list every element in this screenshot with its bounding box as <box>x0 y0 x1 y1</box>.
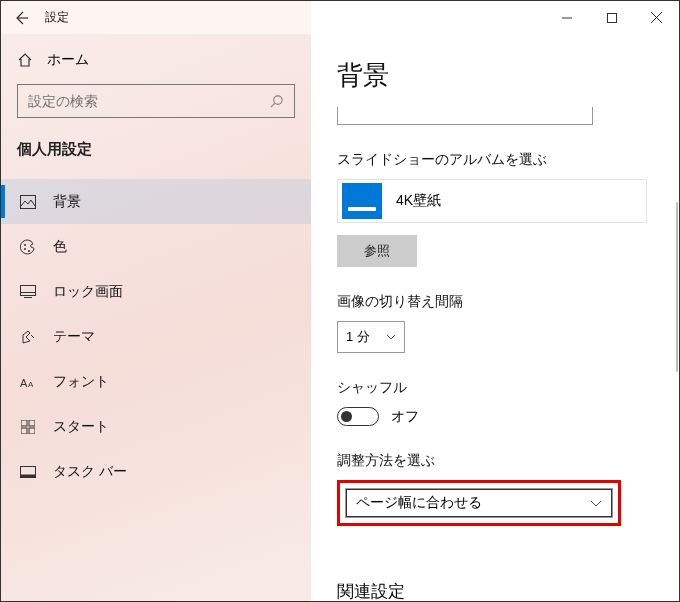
page-title: 背景 <box>337 58 649 93</box>
chevron-down-icon <box>590 500 602 507</box>
nav-background[interactable]: 背景 <box>1 179 311 224</box>
background-type-dropdown[interactable] <box>337 107 593 125</box>
home-icon <box>17 52 33 68</box>
window-controls <box>544 4 679 32</box>
maximize-button[interactable] <box>589 4 634 32</box>
start-icon <box>21 420 35 434</box>
svg-rect-2 <box>21 195 36 208</box>
lockscreen-icon <box>20 285 36 298</box>
minimize-button[interactable] <box>544 4 589 32</box>
taskbar-icon <box>20 466 36 478</box>
svg-rect-6 <box>21 286 36 296</box>
section-title: 個人用設定 <box>17 140 295 159</box>
nav-themes[interactable]: テーマ <box>1 314 311 359</box>
nav-start[interactable]: スタート <box>1 404 311 449</box>
nav-label: フォント <box>53 373 109 391</box>
album-thumbnail-icon <box>342 183 382 219</box>
search-box[interactable] <box>17 84 295 118</box>
interval-heading: 画像の切り替え間隔 <box>337 293 649 311</box>
themes-icon <box>20 329 36 345</box>
svg-point-4 <box>24 248 26 250</box>
shuffle-state: オフ <box>391 408 419 426</box>
nav-label: スタート <box>53 418 109 436</box>
nav-colors[interactable]: 色 <box>1 224 311 269</box>
album-item[interactable]: 4K壁紙 <box>337 179 647 223</box>
picture-icon <box>20 195 36 209</box>
sidebar: ホーム 個人用設定 背景 色 ロック画面 テーマ <box>1 34 311 601</box>
nav-fonts[interactable]: AA フォント <box>1 359 311 404</box>
palette-icon <box>20 239 36 255</box>
search-input[interactable] <box>28 93 269 109</box>
related-title: 関連設定 <box>337 580 649 601</box>
svg-rect-12 <box>21 428 27 434</box>
svg-rect-10 <box>21 420 27 426</box>
window-title: 設定 <box>45 9 69 26</box>
svg-rect-13 <box>29 428 35 434</box>
minimize-icon <box>562 13 572 23</box>
nav-label: テーマ <box>53 328 95 346</box>
fit-value: ページ幅に合わせる <box>356 494 482 512</box>
scrollbar[interactable] <box>674 34 678 600</box>
close-icon <box>651 12 662 23</box>
close-button[interactable] <box>634 4 679 32</box>
scrollbar-thumb[interactable] <box>676 202 678 372</box>
album-heading: スライドショーのアルバムを選ぶ <box>337 151 649 169</box>
titlebar: 設定 <box>1 1 679 34</box>
svg-point-5 <box>28 250 30 252</box>
nav-taskbar[interactable]: タスク バー <box>1 449 311 494</box>
nav-list: 背景 色 ロック画面 テーマ AA フォント スタート <box>1 179 311 494</box>
svg-point-1 <box>274 95 282 103</box>
chevron-down-icon <box>386 334 396 340</box>
nav-label: ロック画面 <box>53 283 123 301</box>
arrow-left-icon <box>13 10 29 26</box>
album-name: 4K壁紙 <box>396 192 441 210</box>
back-button[interactable] <box>1 1 41 34</box>
shuffle-heading: シャッフル <box>337 379 649 397</box>
nav-label: タスク バー <box>53 463 127 481</box>
home-label: ホーム <box>47 51 89 69</box>
home-nav[interactable]: ホーム <box>17 42 295 78</box>
content: 背景 スライドショーのアルバムを選ぶ 4K壁紙 参照 画像の切り替え間隔 1 分… <box>311 34 679 601</box>
fit-heading: 調整方法を選ぶ <box>337 452 649 470</box>
svg-rect-7 <box>21 293 36 296</box>
shuffle-toggle[interactable] <box>337 407 379 426</box>
svg-text:A: A <box>20 377 28 389</box>
svg-text:A: A <box>28 380 34 389</box>
svg-point-3 <box>24 244 26 246</box>
fit-select[interactable]: ページ幅に合わせる <box>345 488 613 518</box>
nav-label: 色 <box>53 238 67 256</box>
maximize-icon <box>607 13 617 23</box>
nav-label: 背景 <box>53 193 81 211</box>
fit-highlight: ページ幅に合わせる <box>337 480 621 526</box>
interval-select[interactable]: 1 分 <box>337 321 405 353</box>
fonts-icon: AA <box>20 375 37 389</box>
svg-rect-0 <box>607 13 616 22</box>
interval-value: 1 分 <box>346 328 370 346</box>
search-icon <box>269 94 284 109</box>
svg-rect-11 <box>29 420 35 426</box>
nav-lockscreen[interactable]: ロック画面 <box>1 269 311 314</box>
browse-button[interactable]: 参照 <box>337 235 417 267</box>
svg-rect-15 <box>21 474 36 477</box>
